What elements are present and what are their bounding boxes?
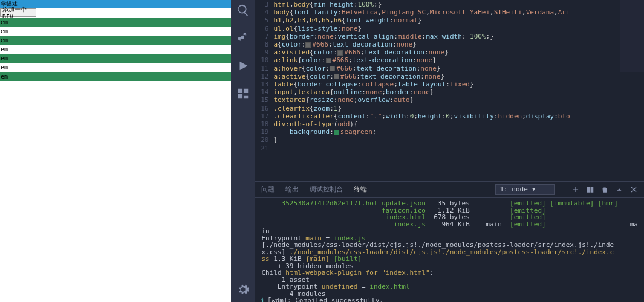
extensions-icon[interactable] <box>236 87 250 100</box>
panel-tabs: 问题 输出 调试控制台 终端 1: node ▾ <box>255 182 644 198</box>
preview-row: em <box>0 54 231 63</box>
preview-row: em <box>0 72 231 81</box>
new-terminal-icon[interactable] <box>571 185 580 194</box>
activity-bar <box>231 0 255 302</box>
vscode: 3456789101112131415161718192021 html,bod… <box>231 0 644 302</box>
preview-row: em <box>0 45 231 54</box>
preview-row: em <box>0 63 231 72</box>
editor[interactable]: 3456789101112131415161718192021 html,bod… <box>255 0 644 181</box>
add-div-button[interactable]: 添加一个DIV <box>0 8 36 17</box>
minimap[interactable] <box>620 0 644 72</box>
preview-rows: em em em em em em em <box>0 18 231 81</box>
line-gutter: 3456789101112131415161718192021 <box>255 0 273 181</box>
search-icon[interactable] <box>236 4 250 17</box>
tab-output[interactable]: 输出 <box>285 185 299 194</box>
split-terminal-icon[interactable] <box>586 185 594 194</box>
close-icon[interactable] <box>629 185 638 194</box>
browser-preview: 学描述 添加一个DIV em em em em em em em <box>0 0 231 302</box>
terminal-output[interactable]: 352530a7f4f2d62e1f7f.hot-update.json 35 … <box>255 198 644 302</box>
trash-icon[interactable] <box>600 185 609 194</box>
tab-debug-console[interactable]: 调试控制台 <box>310 185 343 194</box>
tab-problems[interactable]: 问题 <box>261 185 275 194</box>
tab-terminal[interactable]: 终端 <box>354 185 367 194</box>
code-area[interactable]: html,body{min-height:100%;}body{font-fam… <box>273 0 644 181</box>
preview-row: em <box>0 36 231 45</box>
chevron-up-icon[interactable] <box>615 185 623 194</box>
preview-title-bar: 学描述 <box>0 0 231 8</box>
settings-icon[interactable] <box>236 283 250 296</box>
source-control-icon[interactable] <box>236 31 250 45</box>
terminal-selector[interactable]: 1: node ▾ <box>495 184 555 195</box>
preview-row: em <box>0 27 231 36</box>
panel: 问题 输出 调试控制台 终端 1: node ▾ 352530a7f4f2d62 <box>255 181 644 302</box>
debug-icon[interactable] <box>236 59 250 72</box>
preview-row: em <box>0 18 231 27</box>
